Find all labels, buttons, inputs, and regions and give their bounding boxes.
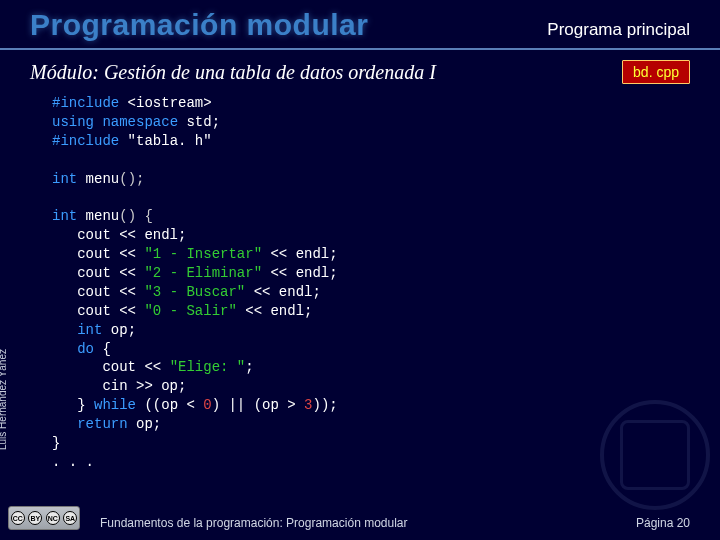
- code-token: namespace: [94, 114, 178, 130]
- code-token: () {: [119, 208, 153, 224]
- code-token: #include: [52, 133, 119, 149]
- code-token: cout <<: [52, 265, 144, 281]
- code-token: ((op <: [136, 397, 203, 413]
- code-token: do: [52, 341, 94, 357]
- code-token: menu: [77, 208, 119, 224]
- module-title: Módulo: Gestión de una tabla de datos or…: [30, 61, 436, 84]
- code-token: ));: [312, 397, 337, 413]
- code-token: "1 - Insertar": [144, 246, 262, 262]
- code-token: << endl;: [262, 246, 338, 262]
- code-token: menu: [77, 171, 119, 187]
- code-token: "2 - Eliminar": [144, 265, 262, 281]
- university-seal-watermark: [600, 400, 710, 510]
- cc-license-badge: CC BY NC SA: [8, 506, 80, 530]
- code-token: cout <<: [52, 359, 170, 375]
- code-token: cout <<: [52, 303, 144, 319]
- code-token: op;: [128, 416, 162, 432]
- code-token: "0 - Salir": [144, 303, 236, 319]
- code-token: ();: [119, 171, 144, 187]
- code-token: "tabla. h": [119, 133, 211, 149]
- code-token: ) || (op >: [212, 397, 304, 413]
- slide-subtitle: Programa principal: [547, 20, 690, 40]
- code-token: << endl;: [237, 303, 313, 319]
- code-token: {: [94, 341, 111, 357]
- sa-icon: SA: [63, 511, 77, 525]
- code-token: return: [52, 416, 128, 432]
- code-token: std;: [178, 114, 220, 130]
- code-token: }: [52, 435, 60, 451]
- code-token: int: [52, 322, 102, 338]
- author-label: Luis Hernández Yáñez: [0, 349, 8, 450]
- code-token: #include: [52, 95, 119, 111]
- code-token: cout <<: [52, 284, 144, 300]
- code-token: while: [94, 397, 136, 413]
- code-token: "3 - Buscar": [144, 284, 245, 300]
- seal-inner: [620, 420, 690, 490]
- module-row: Módulo: Gestión de una tabla de datos or…: [0, 50, 720, 88]
- filename-badge: bd. cpp: [622, 60, 690, 84]
- code-token: 0: [203, 397, 211, 413]
- code-token: int: [52, 171, 77, 187]
- code-token: cout << endl;: [52, 227, 186, 243]
- slide-footer: Fundamentos de la programación: Programa…: [100, 516, 690, 530]
- code-token: . . .: [52, 454, 94, 470]
- nc-icon: NC: [46, 511, 60, 525]
- code-token: using: [52, 114, 94, 130]
- code-token: "Elige: ": [170, 359, 246, 375]
- cc-icon: CC: [11, 511, 25, 525]
- code-token: }: [52, 397, 94, 413]
- code-token: op;: [102, 322, 136, 338]
- code-token: <iostream>: [119, 95, 211, 111]
- code-block: #include <iostream> using namespace std;…: [0, 88, 720, 472]
- page-number: Página 20: [636, 516, 690, 530]
- code-token: int: [52, 208, 77, 224]
- slide-header: Programación modular Programa principal: [0, 0, 720, 50]
- code-token: << endl;: [245, 284, 321, 300]
- code-token: ;: [245, 359, 253, 375]
- code-token: cin >> op;: [52, 378, 186, 394]
- code-token: cout <<: [52, 246, 144, 262]
- slide-title: Programación modular: [30, 8, 368, 42]
- footer-left: Fundamentos de la programación: Programa…: [100, 516, 408, 530]
- code-token: << endl;: [262, 265, 338, 281]
- by-icon: BY: [28, 511, 42, 525]
